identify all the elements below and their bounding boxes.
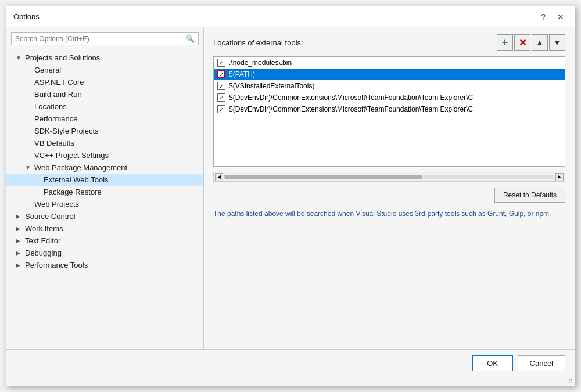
- list-item-text-vs-installed: $(VSInstalledExternalTools): [229, 82, 314, 90]
- search-box: 🔍: [6, 27, 203, 49]
- list-item-devenvdir2[interactable]: $(DevEnvDir)\CommonExtensions\Microsoft\…: [214, 103, 565, 115]
- checkbox-devenvdir2[interactable]: [217, 105, 225, 113]
- title-bar: Options ? ✕: [6, 6, 575, 27]
- expand-icon-source-control: ▶: [16, 213, 23, 220]
- tree-label-sdk-style: SDK-Style Projects: [34, 127, 99, 135]
- tree-label-package-restore: Package Restore: [44, 188, 102, 196]
- checkbox-node-modules[interactable]: [217, 59, 225, 67]
- tree-item-vb-defaults[interactable]: VB Defaults: [6, 137, 203, 149]
- title-bar-controls: ? ✕: [537, 11, 568, 23]
- dialog-title: Options: [13, 12, 40, 21]
- tools-list[interactable]: .\node_modules\.bin✓$(PATH)$(VSInstalled…: [213, 56, 565, 167]
- tree-item-locations[interactable]: Locations: [6, 100, 203, 113]
- scrollbar-row: ◀ ▶: [213, 172, 565, 182]
- list-item-text-devenvdir1: $(DevEnvDir)\CommonExtensions\Microsoft\…: [229, 93, 473, 102]
- icon-btn-group: + ✕ ▲ ▼: [497, 34, 565, 51]
- scroll-track[interactable]: [224, 175, 554, 179]
- tree-item-aspnet-core[interactable]: ASP.NET Core: [6, 76, 203, 88]
- search-input-wrap[interactable]: 🔍: [11, 32, 199, 45]
- tree-item-web-package[interactable]: ▼Web Package Management: [6, 161, 203, 174]
- list-item-node-modules[interactable]: .\node_modules\.bin: [214, 57, 565, 69]
- expand-icon-debugging: ▶: [16, 250, 23, 256]
- list-item-text-path: $(PATH): [229, 70, 255, 78]
- scroll-right-arrow[interactable]: ▶: [555, 173, 564, 181]
- cancel-button[interactable]: Cancel: [518, 355, 565, 371]
- list-item-path[interactable]: ✓$(PATH): [214, 69, 565, 80]
- resize-handle[interactable]: ⠿: [6, 377, 575, 386]
- list-item-devenvdir1[interactable]: $(DevEnvDir)\CommonExtensions\Microsoft\…: [214, 92, 565, 103]
- expand-icon-performance-tools: ▶: [16, 262, 23, 268]
- tree-label-source-control: Source Control: [25, 212, 76, 221]
- tree-label-projects-solutions: Projects and Solutions: [25, 53, 100, 62]
- checkbox-devenvdir1[interactable]: [217, 93, 225, 102]
- reset-button[interactable]: Reset to Defaults: [494, 188, 565, 203]
- tree-item-build-run[interactable]: Build and Run: [6, 88, 203, 100]
- expand-icon-projects-solutions: ▼: [16, 55, 23, 61]
- tree-label-performance: Performance: [34, 114, 77, 123]
- description-text: The paths listed above will be searched …: [213, 208, 565, 342]
- list-item-text-devenvdir2: $(DevEnvDir)\CommonExtensions\Microsoft\…: [229, 105, 473, 113]
- tree-item-general[interactable]: General: [6, 64, 203, 76]
- tree-item-source-control[interactable]: ▶Source Control: [6, 210, 203, 222]
- search-input[interactable]: [15, 35, 185, 43]
- list-item-vs-installed[interactable]: $(VSInstalledExternalTools): [214, 80, 565, 92]
- tree-item-vcpp-settings[interactable]: VC++ Project Settings: [6, 149, 203, 161]
- tree-label-web-package: Web Package Management: [34, 163, 127, 172]
- scroll-thumb: [225, 175, 422, 179]
- move-up-button[interactable]: ▲: [532, 34, 548, 51]
- tree-item-work-items[interactable]: ▶Work Items: [6, 222, 203, 235]
- move-down-button[interactable]: ▼: [549, 34, 565, 51]
- tree-item-web-projects[interactable]: Web Projects: [6, 198, 203, 210]
- search-icon: 🔍: [185, 34, 195, 43]
- add-button[interactable]: +: [497, 34, 513, 51]
- checkbox-vs-installed[interactable]: [217, 82, 225, 90]
- main-content: 🔍 ▼Projects and SolutionsGeneralASP.NET …: [6, 27, 575, 349]
- ok-button[interactable]: OK: [472, 355, 513, 371]
- help-button[interactable]: ?: [537, 11, 549, 23]
- tree-item-projects-solutions[interactable]: ▼Projects and Solutions: [6, 52, 203, 64]
- tree-label-web-projects: Web Projects: [34, 200, 79, 208]
- tree-label-vcpp-settings: VC++ Project Settings: [34, 151, 109, 160]
- right-panel: Locations of external tools: + ✕ ▲ ▼ .\n…: [204, 27, 575, 349]
- section-label: Locations of external tools:: [213, 38, 303, 47]
- tree-label-text-editor: Text Editor: [25, 236, 60, 245]
- tree-item-sdk-style[interactable]: SDK-Style Projects: [6, 125, 203, 137]
- tree-label-external-web-tools: External Web Tools: [44, 175, 109, 184]
- list-item-text-node-modules: .\node_modules\.bin: [229, 59, 292, 67]
- toolbar-row: Locations of external tools: + ✕ ▲ ▼: [213, 34, 565, 51]
- tree-label-debugging: Debugging: [25, 249, 62, 257]
- tree-label-aspnet-core: ASP.NET Core: [34, 78, 84, 87]
- tree-label-performance-tools: Performance Tools: [25, 261, 88, 269]
- bottom-bar: OK Cancel: [6, 349, 575, 377]
- reset-row: Reset to Defaults: [213, 188, 565, 203]
- tree-label-work-items: Work Items: [25, 224, 63, 233]
- tree-label-vb-defaults: VB Defaults: [34, 139, 74, 148]
- tree-item-performance-tools[interactable]: ▶Performance Tools: [6, 259, 203, 271]
- options-dialog: Options ? ✕ 🔍 ▼Projects and SolutionsGen…: [6, 6, 575, 386]
- expand-icon-work-items: ▶: [16, 225, 23, 232]
- tree-view: ▼Projects and SolutionsGeneralASP.NET Co…: [6, 49, 203, 349]
- tree-item-performance[interactable]: Performance: [6, 113, 203, 125]
- tree-label-locations: Locations: [34, 102, 67, 111]
- tree-item-external-web-tools[interactable]: External Web Tools: [6, 174, 203, 186]
- scroll-left-arrow[interactable]: ◀: [215, 173, 223, 181]
- close-button[interactable]: ✕: [554, 11, 568, 23]
- expand-icon-text-editor: ▶: [16, 238, 23, 244]
- tree-item-package-restore[interactable]: Package Restore: [6, 186, 203, 198]
- tree-label-general: General: [34, 66, 61, 74]
- checkbox-path[interactable]: ✓: [217, 70, 225, 78]
- tree-label-build-run: Build and Run: [34, 90, 82, 99]
- tree-item-text-editor[interactable]: ▶Text Editor: [6, 235, 203, 247]
- remove-button[interactable]: ✕: [514, 34, 530, 51]
- expand-icon-web-package: ▼: [25, 164, 32, 171]
- tree-item-debugging[interactable]: ▶Debugging: [6, 247, 203, 259]
- left-panel: 🔍 ▼Projects and SolutionsGeneralASP.NET …: [6, 27, 204, 349]
